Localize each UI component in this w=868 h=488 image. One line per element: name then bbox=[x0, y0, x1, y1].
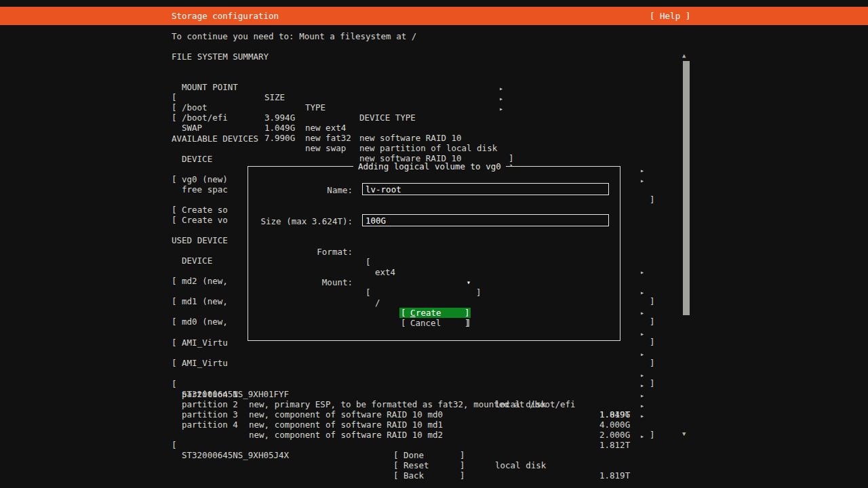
device-label: [ md1 (new, bbox=[172, 296, 228, 306]
dialog-title: Adding logical volume to vg0 bbox=[353, 161, 506, 171]
fs-mount: /boot/efi bbox=[182, 113, 228, 123]
available-device-column: DEVICE bbox=[182, 154, 212, 164]
device-label: free spac bbox=[182, 184, 228, 195]
left-bracket: [ bbox=[401, 318, 406, 328]
disk-row-2[interactable]: [ ST32000645NS_9XH05J4X local disk 1.819… bbox=[0, 430, 868, 440]
continue-notice: To continue you need to: Mount a filesys… bbox=[172, 31, 416, 41]
partition-desc: new, component of software RAID 10 md1 bbox=[249, 420, 443, 430]
right-bracket: ] bbox=[650, 358, 655, 368]
used-devices-heading: USED DEVICE bbox=[172, 235, 228, 245]
right-bracket: ] bbox=[465, 308, 470, 318]
right-bracket: ] bbox=[650, 296, 655, 306]
fs-device: new partition of local disk bbox=[359, 143, 497, 153]
right-bracket: ] bbox=[460, 460, 465, 470]
fs-summary-heading: FILE SYSTEM SUMMARY bbox=[172, 52, 269, 62]
left-bracket: [ bbox=[393, 470, 399, 481]
device-label: [ md0 (new, bbox=[172, 317, 228, 327]
button-label: Reset bbox=[403, 460, 429, 470]
format-select[interactable]: [ ext4 ▾ ] bbox=[248, 247, 620, 257]
partition-size: 1.812T bbox=[599, 440, 630, 450]
expand-arrow-icon[interactable]: ▸ bbox=[640, 287, 644, 298]
size-label: Size (max 3.624T): bbox=[255, 216, 353, 226]
expand-arrow-icon[interactable]: ▸ bbox=[640, 431, 644, 441]
create-button[interactable]: [ C reate ] bbox=[399, 308, 471, 318]
button-label: Back bbox=[403, 470, 424, 481]
button-label: reate bbox=[416, 308, 441, 318]
fs-row-boot-efi[interactable]: [ /boot/efi 1.049G new fat32 new partiti… bbox=[0, 92, 868, 102]
right-bracket: ] bbox=[476, 287, 481, 298]
disk-kind: local disk bbox=[495, 460, 546, 470]
fs-type: new swap bbox=[305, 143, 346, 153]
partition-size: 4.000G bbox=[599, 420, 630, 430]
expand-arrow-icon[interactable]: ▸ bbox=[640, 176, 644, 186]
device-label: [ AMI_Virtu bbox=[172, 338, 228, 348]
partition-row-4[interactable]: partition 4 new, component of software R… bbox=[0, 409, 868, 420]
right-bracket: ] bbox=[465, 318, 470, 328]
add-logical-volume-dialog: Adding logical volume to vg0 Name: Size … bbox=[248, 166, 620, 341]
partition-name: partition 4 bbox=[182, 420, 238, 430]
left-bracket: [ bbox=[172, 440, 177, 450]
help-button[interactable]: [ Help ] bbox=[650, 11, 690, 21]
fs-row-swap[interactable]: [ SWAP 7.990G new swap new software RAID… bbox=[0, 102, 868, 113]
storage-configuration-screen: Storage configuration [ Help ] To contin… bbox=[0, 0, 868, 488]
disk-size: 1.819T bbox=[599, 470, 630, 481]
expand-arrow-icon[interactable]: ▸ bbox=[640, 329, 644, 339]
size-input[interactable] bbox=[362, 214, 609, 226]
right-bracket: ] bbox=[460, 450, 465, 460]
fs-mount: SWAP bbox=[182, 123, 202, 133]
left-bracket: [ bbox=[393, 460, 399, 470]
expand-arrow-icon[interactable]: ▸ bbox=[640, 411, 644, 421]
done-button[interactable]: [ Done ] bbox=[393, 450, 465, 460]
disk-name: ST32000645NS_9XH05J4X bbox=[182, 450, 289, 460]
mount-value: / bbox=[375, 298, 380, 308]
partition-row-2[interactable]: partition 2 new, component of software R… bbox=[0, 389, 868, 399]
button-label: Done bbox=[403, 450, 424, 460]
expand-arrow-icon[interactable]: ▸ bbox=[640, 267, 644, 277]
device-label: [ md2 (new, bbox=[172, 276, 228, 286]
mount-select[interactable]: [ / ▾ ] bbox=[248, 277, 620, 287]
fs-type: new ext4 bbox=[305, 123, 346, 133]
scrollbar-thumb[interactable] bbox=[683, 61, 690, 315]
name-input[interactable] bbox=[362, 183, 609, 195]
scroll-down-icon[interactable]: ▼ bbox=[682, 429, 686, 439]
right-bracket: ] bbox=[460, 470, 465, 481]
device-label: [ AMI_Virtu bbox=[172, 358, 228, 368]
fs-size: 7.990G bbox=[264, 133, 295, 143]
device-row-ami-virtual-2[interactable]: [ AMI_Virtu ▸ ] bbox=[0, 348, 868, 358]
expand-arrow-icon[interactable]: ▸ bbox=[640, 308, 644, 318]
cancel-button[interactable]: [ Cancel ] bbox=[399, 318, 471, 328]
partition-row-1[interactable]: partition 1 new, primary ESP, to be form… bbox=[0, 379, 868, 389]
right-bracket: ] bbox=[650, 317, 655, 327]
title-bar: Storage configuration [ Help ] bbox=[0, 7, 868, 25]
scroll-up-icon[interactable]: ▲ bbox=[682, 51, 686, 61]
back-button[interactable]: [ Back ] bbox=[393, 470, 465, 481]
format-value: ext4 bbox=[375, 267, 395, 277]
reset-button[interactable]: [ Reset ] bbox=[393, 460, 465, 470]
button-label-initial: C bbox=[410, 308, 416, 318]
page-title: Storage configuration bbox=[172, 11, 279, 21]
col-device-type: DEVICE TYPE bbox=[359, 113, 416, 123]
disk-row-1[interactable]: [ ST32000645NS_9XH01FYF local disk 1.819… bbox=[0, 369, 868, 379]
expand-arrow-icon[interactable]: ▸ bbox=[640, 349, 644, 359]
left-bracket: [ bbox=[401, 308, 406, 318]
button-label: Cancel bbox=[410, 318, 441, 328]
left-bracket: [ bbox=[172, 113, 177, 123]
fs-device: new software RAID 10 bbox=[359, 133, 462, 143]
available-devices-heading: AVAILABLE DEVICES bbox=[172, 134, 258, 144]
fs-size: 1.049G bbox=[264, 123, 295, 133]
expand-arrow-icon[interactable]: ▸ bbox=[499, 104, 503, 114]
button-label: [ Create vo bbox=[172, 215, 228, 225]
left-bracket: [ bbox=[366, 257, 371, 267]
fs-summary-header-row: MOUNT POINT SIZE TYPE DEVICE TYPE bbox=[0, 72, 868, 82]
name-label: Name: bbox=[255, 185, 353, 195]
fs-size: 3.994G bbox=[264, 113, 295, 123]
left-bracket: [ bbox=[366, 287, 371, 298]
left-bracket: [ bbox=[393, 450, 399, 460]
right-bracket: ] bbox=[650, 337, 655, 347]
right-bracket: ] bbox=[509, 153, 514, 163]
fs-type: new fat32 bbox=[305, 133, 351, 143]
fs-row-boot[interactable]: [ /boot 3.994G new ext4 new software RAI… bbox=[0, 82, 868, 92]
partition-row-3[interactable]: partition 3 new, component of software R… bbox=[0, 399, 868, 409]
used-device-column: DEVICE bbox=[182, 256, 212, 266]
